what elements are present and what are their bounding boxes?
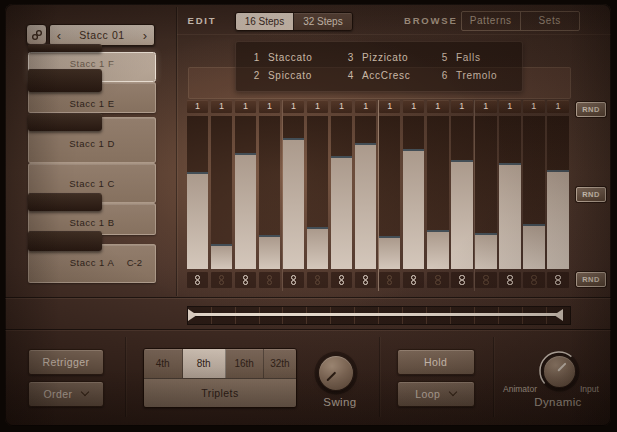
step-bar-track[interactable] (235, 116, 257, 270)
step-articulation-value[interactable]: 1 (475, 100, 497, 114)
step-dice-cell[interactable] (355, 272, 377, 289)
step-dice-cell[interactable] (451, 272, 473, 289)
step-dice-cell[interactable] (307, 272, 329, 289)
randomize-articulation-button[interactable]: RND (576, 102, 606, 118)
step-dice-cell[interactable] (403, 272, 425, 289)
step-articulation-value[interactable]: 1 (523, 100, 545, 114)
steps-16-button[interactable]: 16 Steps (236, 13, 294, 30)
step-velocity-bar[interactable] (523, 224, 545, 269)
step-articulation-value[interactable]: 1 (283, 100, 305, 114)
browse-tabs: Patterns Sets (461, 11, 580, 30)
step-bar-track[interactable] (307, 116, 329, 270)
step-velocity-bar[interactable] (283, 138, 305, 269)
randomize-dice-button[interactable]: RND (576, 272, 606, 288)
step-velocity-bar[interactable] (307, 227, 329, 269)
step-velocity-bar[interactable] (331, 156, 353, 269)
step-articulation-value[interactable]: 1 (307, 100, 329, 114)
step-bar-track[interactable] (187, 116, 209, 270)
step-dice-cell[interactable] (187, 272, 209, 289)
step-velocity-bar[interactable] (259, 235, 281, 269)
randomize-velocity-button[interactable]: RND (576, 187, 606, 203)
dice-icon (483, 275, 489, 286)
step-bar-track[interactable] (259, 116, 281, 270)
step-dice-cell[interactable] (499, 272, 521, 289)
loop-end-handle[interactable] (554, 309, 563, 321)
step-dice-cell[interactable] (331, 272, 353, 289)
retrigger-button[interactable]: Retrigger (28, 349, 103, 375)
black-key[interactable] (28, 69, 102, 92)
step-dice-cell[interactable] (379, 272, 401, 289)
step-articulation-value[interactable]: 1 (547, 100, 569, 114)
step-articulation-value[interactable]: 1 (187, 100, 209, 114)
order-dropdown[interactable]: Order (28, 381, 103, 407)
step-bar-track[interactable] (451, 116, 473, 270)
step-velocity-bar[interactable] (475, 233, 497, 269)
step-velocity-bar[interactable] (379, 236, 401, 269)
rate-4th-button[interactable]: 4th (144, 349, 183, 378)
step-dice-cell[interactable] (259, 272, 281, 289)
steps-32-button[interactable]: 32 Steps (293, 13, 352, 30)
step-bar-track[interactable] (355, 116, 377, 270)
step-bar-track[interactable] (523, 116, 545, 270)
step-articulation-value[interactable]: 1 (451, 100, 473, 114)
step-articulation-value[interactable]: 1 (403, 100, 425, 114)
step-dice-cell[interactable] (547, 272, 569, 289)
key-label: Stacc 1 E (29, 98, 155, 109)
step-dice-cell[interactable] (283, 272, 305, 289)
step-articulation-value[interactable]: 1 (259, 100, 281, 114)
black-key[interactable] (28, 113, 102, 131)
loop-start-handle[interactable] (188, 309, 197, 321)
step-velocity-bar[interactable] (235, 153, 257, 269)
loop-dropdown[interactable]: Loop (397, 381, 475, 407)
step-dice-cell[interactable] (211, 272, 233, 289)
step-dice-cell[interactable] (427, 272, 449, 289)
step-velocity-bar[interactable] (451, 160, 473, 269)
step-velocity-bar[interactable] (427, 230, 449, 269)
step-velocity-bar[interactable] (187, 172, 209, 269)
step-dice-cell[interactable] (523, 272, 545, 289)
hold-button[interactable]: Hold (397, 349, 475, 375)
dice-icon (267, 275, 273, 286)
legend-number: 4 (344, 70, 354, 81)
step-velocity-bar[interactable] (211, 244, 233, 269)
step-bar-track[interactable] (283, 116, 305, 270)
rate-16th-button[interactable]: 16th (226, 349, 264, 378)
step-bar-track[interactable] (211, 116, 233, 270)
step-bar-track[interactable] (475, 116, 497, 270)
step-dice-cell[interactable] (235, 272, 257, 289)
black-key[interactable] (28, 193, 102, 211)
link-button[interactable] (26, 24, 47, 45)
step-bar-track[interactable] (331, 116, 353, 270)
next-arrow-icon[interactable]: › (136, 27, 154, 44)
step-velocity-bar[interactable] (355, 143, 377, 269)
tab-patterns[interactable]: Patterns (462, 12, 520, 29)
step-articulation-value[interactable]: 1 (331, 100, 353, 114)
step-dice-cell[interactable] (475, 272, 497, 289)
step-velocity-bar[interactable] (547, 170, 569, 269)
rate-8th-button[interactable]: 8th (183, 349, 226, 378)
rate-32th-button[interactable]: 32th (264, 349, 297, 378)
legend-label: AccCresc (362, 70, 410, 81)
divider-bottom-1 (125, 337, 126, 417)
step-bar-track[interactable] (427, 116, 449, 270)
step-articulation-value[interactable]: 1 (211, 100, 233, 114)
step-velocity-bar[interactable] (403, 149, 425, 269)
step-bar-track[interactable] (499, 116, 521, 270)
step-articulation-value[interactable]: 1 (379, 100, 401, 114)
step-articulation-value[interactable]: 1 (235, 100, 257, 114)
step-bar-track[interactable] (403, 116, 425, 270)
prev-arrow-icon[interactable]: ‹ (50, 27, 68, 44)
step-bar-track[interactable] (547, 116, 569, 270)
step-articulation-value[interactable]: 1 (427, 100, 449, 114)
loop-range-bar[interactable] (192, 313, 563, 315)
step-bar-track[interactable] (379, 116, 401, 270)
black-key[interactable] (28, 231, 102, 251)
legend-number: 1 (250, 52, 260, 63)
step-articulation-value[interactable]: 1 (355, 100, 377, 114)
triplets-button[interactable]: Triplets (144, 378, 297, 407)
pattern-selector[interactable]: ‹ Stacc 01 › (49, 24, 155, 46)
tab-sets[interactable]: Sets (520, 12, 579, 29)
black-key[interactable] (28, 44, 102, 52)
step-articulation-value[interactable]: 1 (499, 100, 521, 114)
step-velocity-bar[interactable] (499, 163, 521, 269)
